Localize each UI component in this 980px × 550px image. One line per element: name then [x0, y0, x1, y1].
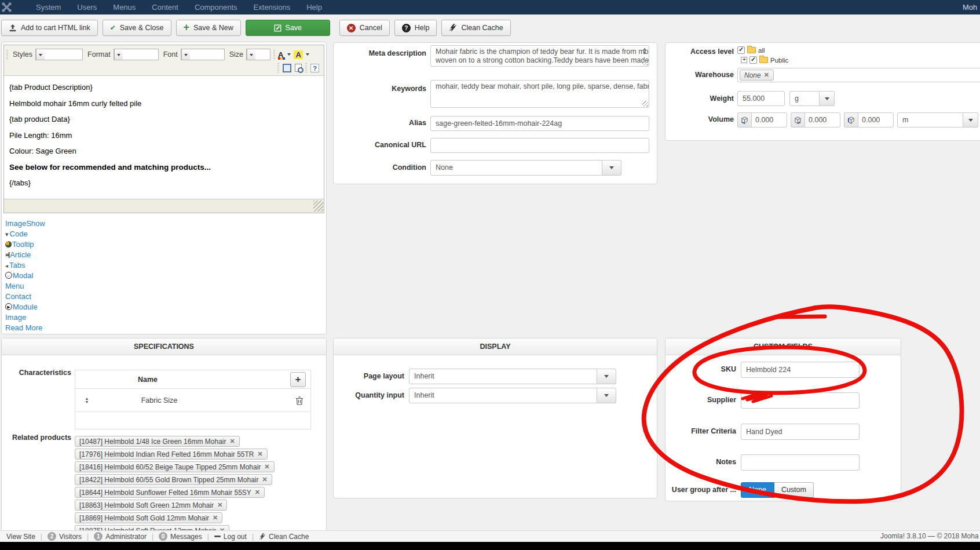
remove-icon[interactable]: ✕ [213, 514, 218, 522]
plugin-link-readmore[interactable]: Read More [5, 322, 45, 333]
weight-input[interactable] [737, 91, 785, 106]
trash-icon[interactable] [295, 396, 303, 405]
condition-select[interactable]: None [430, 160, 621, 176]
checkbox-checked-icon[interactable] [749, 56, 757, 64]
menu-components[interactable]: Components [187, 0, 246, 14]
plugin-link-tabs[interactable]: Tabs [5, 260, 45, 270]
menu-extensions[interactable]: Extensions [246, 0, 299, 14]
volume-unit-select[interactable]: m [897, 112, 978, 128]
plugin-link-menu[interactable]: Menu [5, 281, 45, 291]
weight-unit-caret-button[interactable] [820, 91, 835, 106]
tag-label: [18644] Helmbold Sunflower Felted 16mm M… [79, 489, 251, 497]
remove-icon[interactable]: ✕ [262, 476, 268, 483]
save-new-button[interactable]: Save & New [176, 20, 241, 36]
plugin-link-code[interactable]: Code [5, 228, 45, 239]
volume-unit-caret-button[interactable] [963, 112, 978, 128]
remove-icon[interactable]: ✕ [264, 463, 269, 471]
format-select[interactable] [114, 49, 159, 60]
user-menu[interactable]: Moh [963, 0, 977, 14]
filter-criteria-input[interactable] [741, 424, 860, 440]
resize-grip[interactable] [642, 101, 648, 107]
keywords-textarea[interactable]: mohair, teddy bear mohair, short pile, l… [430, 80, 649, 108]
menu-system[interactable]: System [28, 0, 69, 14]
font-select[interactable] [181, 49, 225, 60]
alias-input[interactable] [430, 116, 649, 131]
clean-cache-link[interactable]: Clean Cache [254, 533, 314, 541]
checkbox-checked-icon[interactable] [737, 46, 745, 54]
resize-grip[interactable] [642, 60, 648, 65]
help-button[interactable]: Help [394, 20, 437, 36]
highlight-color-caret-icon[interactable] [306, 53, 309, 56]
editor-help-icon[interactable] [310, 64, 319, 72]
styles-select[interactable] [35, 49, 83, 60]
page-layout-select[interactable]: Inherit [409, 369, 616, 384]
volume-length-group [737, 112, 787, 128]
meta-description-textarea[interactable]: Mohair fabric is the champion of teddy b… [430, 45, 649, 67]
custom-fields-panel: CUSTOM FIELDS SKU Supplier Filter Criter… [665, 338, 901, 501]
text-color-icon[interactable]: A [278, 50, 284, 59]
sort-handle-icon[interactable]: ▲▼ [75, 397, 98, 404]
cancel-icon [347, 24, 356, 32]
sku-input[interactable] [741, 362, 860, 378]
volume-length-input[interactable] [751, 112, 787, 128]
highlight-color-icon[interactable]: A [294, 50, 302, 59]
canonical-url-label: Canonical URL [334, 141, 426, 149]
fullscreen-icon[interactable] [283, 64, 291, 72]
remove-icon[interactable]: ✕ [255, 489, 260, 496]
editor-content[interactable]: {tab Product Description} Helmbold mohai… [4, 76, 324, 199]
page-layout-caret-button[interactable] [597, 369, 616, 384]
volume-width-input[interactable] [805, 112, 840, 128]
preview-icon[interactable] [295, 64, 302, 72]
save-button[interactable]: Save [246, 20, 330, 36]
condition-caret-button[interactable] [602, 160, 621, 176]
administrator-link[interactable]: 1 Administrator [89, 532, 152, 541]
resize-grip[interactable] [313, 201, 323, 212]
remove-icon[interactable]: ✕ [229, 438, 235, 445]
remove-icon[interactable]: ✕ [258, 450, 263, 458]
tree-expand-icon[interactable] [741, 57, 747, 63]
add-characteristic-button[interactable]: + [290, 372, 306, 387]
quantity-input-select[interactable]: Inherit [409, 388, 616, 403]
menu-menus[interactable]: Menus [105, 0, 144, 14]
remove-icon[interactable]: ✕ [217, 501, 222, 509]
plugin-link-contact[interactable]: Contact [5, 291, 45, 301]
canonical-url-input[interactable] [430, 138, 649, 153]
user-group-custom-button[interactable]: Custom [774, 482, 814, 498]
volume-height-input[interactable] [858, 112, 894, 128]
visitors-link[interactable]: 2 Visitors [42, 532, 87, 541]
add-to-cart-html-link-button[interactable]: Add to cart HTML link [1, 20, 98, 36]
access-level-public-row[interactable]: Public [741, 56, 788, 64]
tag-label: [18869] Helmbold Soft Gold 12mm Mohair [79, 514, 209, 522]
cancel-button[interactable]: Cancel [339, 20, 390, 36]
text-color-caret-icon[interactable] [287, 53, 291, 56]
plugin-link-image[interactable]: Image [5, 312, 45, 322]
supplier-input[interactable] [741, 392, 860, 409]
notes-input[interactable] [741, 454, 860, 471]
messages-link[interactable]: 0 Messages [153, 532, 207, 541]
clean-cache-button[interactable]: Clean Cache [441, 20, 510, 36]
access-level-all-row[interactable]: all [737, 46, 765, 54]
logout-icon [214, 536, 221, 537]
plugin-link-modal[interactable]: Modal [5, 270, 45, 281]
quantity-input-caret-button[interactable] [597, 388, 616, 403]
menu-users[interactable]: Users [69, 0, 105, 14]
weight-unit-select[interactable]: g [789, 91, 835, 106]
user-group-none-button[interactable]: None [741, 482, 774, 498]
plugin-link-module[interactable]: Module [5, 301, 45, 312]
menu-content[interactable]: Content [144, 0, 187, 14]
warehouse-input[interactable]: None ✕ [737, 68, 980, 82]
button-label: Save & Close [120, 24, 164, 32]
page-layout-value: Inherit [409, 369, 597, 384]
plugin-link-tooltip[interactable]: Tooltip [5, 239, 45, 249]
menu-help[interactable]: Help [298, 0, 330, 14]
logout-link[interactable]: Log out [209, 533, 252, 541]
remove-icon[interactable]: ✕ [764, 71, 769, 79]
plugin-link-imageshow[interactable]: ImageShow [5, 218, 45, 228]
save-close-button[interactable]: Save & Close [103, 20, 171, 36]
editor-line: Colour: Sage Green [9, 147, 319, 156]
size-select[interactable] [246, 49, 270, 60]
plugin-link-article[interactable]: Article [5, 249, 45, 260]
scrollbar-arrows-icon[interactable]: ▲▼ [642, 47, 647, 55]
view-site-link[interactable]: View Site [1, 533, 41, 541]
keywords-value: mohair, teddy bear mohair, short pile, l… [436, 82, 637, 91]
